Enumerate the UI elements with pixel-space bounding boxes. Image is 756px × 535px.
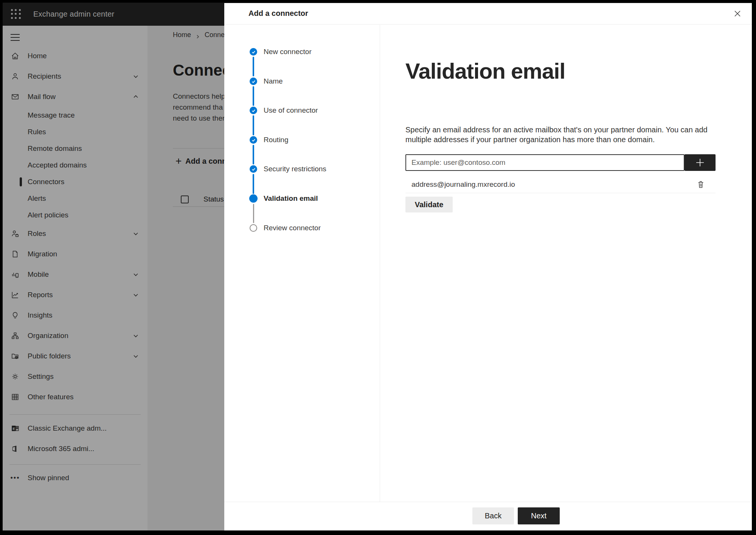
screenshot-frame: Exchange admin center Home Recipients Ma… [0,0,756,535]
delete-address-icon[interactable] [695,179,706,190]
step-connector [253,145,254,164]
email-entry-row [405,154,716,171]
dialog-header: Add a connector [224,3,752,25]
step-description: Specify an email address for an active m… [405,125,722,144]
address-row-divider [405,193,716,193]
step-check-icon [250,48,257,56]
step-connector [253,115,254,135]
wizard-stepper: New connector Name Use of connector Rout… [224,25,380,502]
dialog-title: Add a connector [248,9,308,18]
step-connector [253,86,254,106]
step-pending-dot [250,224,257,232]
step-check-icon [250,107,257,114]
step-current-dot [249,194,258,203]
close-icon[interactable] [732,8,743,19]
back-button[interactable]: Back [472,507,514,524]
step-check-icon [250,136,257,144]
validate-button[interactable]: Validate [405,197,453,212]
step-connector [253,174,254,194]
add-email-button[interactable] [685,154,716,171]
step-heading: Validation email [405,58,565,84]
footer-divider [224,502,752,502]
plus-icon [695,158,705,167]
step-connector [253,204,254,223]
added-address-row: address@journaling.mxrecord.io [405,176,716,193]
step-check-icon [250,78,257,85]
email-input[interactable] [405,154,685,171]
next-button[interactable]: Next [518,507,560,524]
step-check-icon [250,165,257,173]
step-connector [253,57,254,76]
added-address: address@journaling.mxrecord.io [411,180,515,189]
add-connector-dialog: Add a connector New connector Name Us [224,3,752,530]
